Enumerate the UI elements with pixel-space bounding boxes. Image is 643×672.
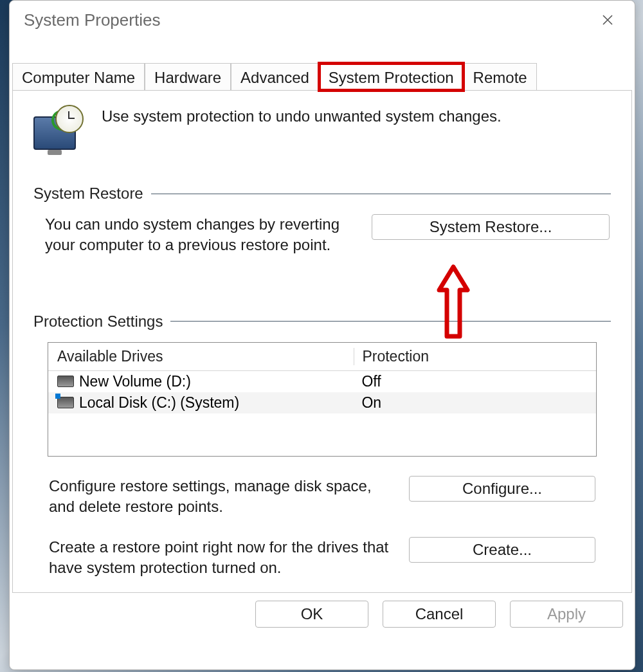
section-head-system-restore: System Restore [33,185,611,203]
drive-row[interactable]: Local Disk (C:) (System) On [48,392,596,413]
system-restore-button[interactable]: System Restore... [372,214,610,240]
apply-button: Apply [510,601,623,628]
drive-row[interactable]: New Volume (D:) Off [48,371,596,392]
tab-advanced[interactable]: Advanced [231,63,319,91]
section-title-protection-settings: Protection Settings [33,313,163,331]
drive-icon [57,397,74,408]
drive-name-label: New Volume (D:) [79,373,191,390]
tab-computer-name[interactable]: Computer Name [12,63,145,91]
close-icon[interactable] [592,5,623,35]
column-header-drives: Available Drives [57,348,354,365]
restore-point-icon [33,105,84,150]
window-title: System Properties [24,10,160,30]
cancel-button[interactable]: Cancel [383,601,496,628]
tab-body-system-protection: Use system protection to undo unwanted s… [12,90,632,593]
tab-remote[interactable]: Remote [464,63,537,91]
configure-description: Configure restore settings, manage disk … [49,476,390,518]
drives-header-row: Available Drives Protection [48,343,596,371]
tab-strip: Computer Name Hardware Advanced System P… [12,62,633,90]
drives-listbox[interactable]: Available Drives Protection New Volume (… [48,342,597,457]
titlebar: System Properties [10,1,635,39]
configure-button[interactable]: Configure... [409,476,595,502]
drive-protection-value: On [354,394,587,412]
drive-icon [57,376,74,387]
ok-button[interactable]: OK [255,601,368,628]
tab-system-protection[interactable]: System Protection [319,63,464,91]
column-header-protection: Protection [354,348,587,365]
create-button[interactable]: Create... [409,537,595,563]
dialog-button-bar: OK Cancel Apply [10,593,635,628]
tab-hardware[interactable]: Hardware [145,63,231,91]
drive-protection-value: Off [354,373,587,390]
intro-text: Use system protection to undo unwanted s… [102,105,502,125]
section-title-system-restore: System Restore [33,185,143,203]
drive-name-label: Local Disk (C:) (System) [79,394,239,412]
system-restore-description: You can undo system changes by reverting… [45,214,354,256]
system-properties-dialog: System Properties Computer Name Hardware… [9,0,635,670]
create-description: Create a restore point right now for the… [49,537,390,579]
section-head-protection-settings: Protection Settings [33,313,611,331]
